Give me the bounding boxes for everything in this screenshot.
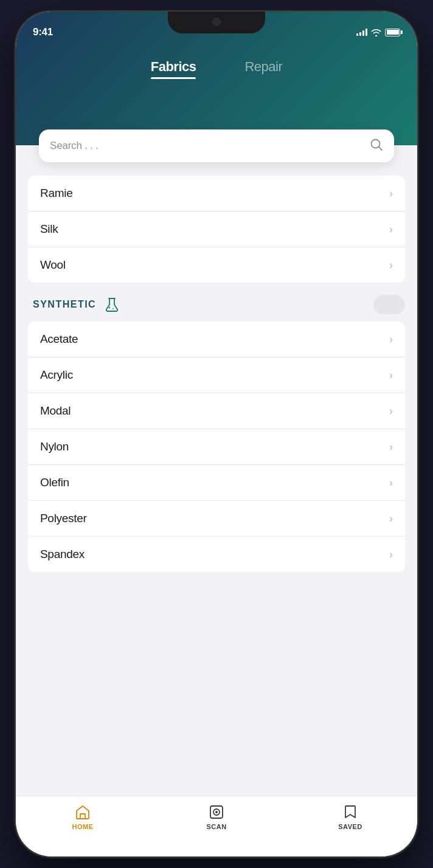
svg-point-4: [113, 308, 114, 309]
nav-scan[interactable]: SCAN: [192, 804, 241, 830]
svg-point-7: [216, 811, 218, 813]
synthetic-toggle[interactable]: [373, 295, 405, 314]
synthetic-section-header: SYNTHETIC: [16, 283, 417, 322]
spandex-chevron: ›: [389, 548, 393, 561]
tab-fabrics-label: Fabrics: [151, 59, 196, 75]
phone-screen: Fabrics Repair Search . . .: [16, 12, 417, 856]
ramie-label: Ramie: [40, 187, 72, 200]
signal-icon: [356, 29, 367, 36]
modal-chevron: ›: [389, 405, 393, 418]
synthetic-fabric-list: Acetate › Acrylic › Modal › Nylon › Olef…: [28, 322, 405, 572]
wool-chevron: ›: [389, 259, 393, 272]
status-time: 9:41: [33, 26, 53, 38]
olefin-chevron: ›: [389, 477, 393, 489]
scan-icon: [208, 804, 225, 821]
scan-label: SCAN: [206, 823, 226, 830]
search-bar[interactable]: Search . . .: [39, 129, 394, 162]
synthetic-title: SYNTHETIC: [33, 299, 96, 310]
list-item-modal[interactable]: Modal ›: [28, 393, 405, 429]
olefin-label: Olefin: [40, 476, 69, 489]
search-container: Search . . .: [39, 129, 394, 162]
polyester-label: Polyester: [40, 512, 87, 525]
phone-frame: 9:41 Fabrics: [16, 12, 417, 856]
natural-fabric-list: Ramie › Silk › Wool ›: [28, 176, 405, 283]
wool-label: Wool: [40, 258, 66, 272]
svg-line-1: [379, 147, 383, 151]
flask-icon: [103, 296, 120, 313]
tab-repair-label: Repair: [244, 59, 282, 75]
acetate-label: Acetate: [40, 332, 78, 346]
list-item-spandex[interactable]: Spandex ›: [28, 537, 405, 572]
tab-repair[interactable]: Repair: [220, 54, 307, 84]
list-item-nylon[interactable]: Nylon ›: [28, 429, 405, 465]
bottom-nav: HOME SCAN SAVED: [16, 796, 417, 856]
saved-icon: [342, 804, 359, 821]
nav-saved[interactable]: SAVED: [326, 804, 375, 830]
list-item-acetate[interactable]: Acetate ›: [28, 322, 405, 357]
polyester-chevron: ›: [389, 512, 393, 525]
camera: [212, 18, 221, 26]
silk-label: Silk: [40, 222, 58, 236]
nav-home[interactable]: HOME: [58, 804, 107, 830]
nylon-label: Nylon: [40, 440, 69, 453]
acetate-chevron: ›: [389, 333, 393, 346]
tab-bar: Fabrics Repair: [16, 48, 417, 84]
list-item-polyester[interactable]: Polyester ›: [28, 501, 405, 537]
search-placeholder: Search . . .: [50, 140, 370, 152]
acrylic-label: Acrylic: [40, 368, 73, 382]
tab-fabrics[interactable]: Fabrics: [126, 54, 221, 84]
notch: [168, 12, 265, 33]
home-icon: [74, 804, 91, 821]
acrylic-chevron: ›: [389, 369, 393, 382]
status-icons: [356, 29, 400, 36]
spandex-label: Spandex: [40, 548, 85, 561]
modal-label: Modal: [40, 404, 71, 418]
list-item-ramie[interactable]: Ramie ›: [28, 176, 405, 212]
content-area: Ramie › Silk › Wool › SYNTHETIC: [16, 145, 417, 796]
silk-chevron: ›: [389, 223, 393, 236]
list-item-silk[interactable]: Silk ›: [28, 212, 405, 247]
search-icon: [370, 138, 383, 154]
list-item-acrylic[interactable]: Acrylic ›: [28, 357, 405, 393]
wifi-icon: [371, 29, 381, 36]
list-item-wool[interactable]: Wool ›: [28, 247, 405, 283]
battery-icon: [385, 29, 400, 36]
svg-point-3: [109, 307, 110, 308]
list-item-olefin[interactable]: Olefin ›: [28, 465, 405, 501]
home-label: HOME: [72, 823, 94, 830]
ramie-chevron: ›: [389, 187, 393, 200]
nylon-chevron: ›: [389, 441, 393, 453]
saved-label: SAVED: [338, 823, 362, 830]
